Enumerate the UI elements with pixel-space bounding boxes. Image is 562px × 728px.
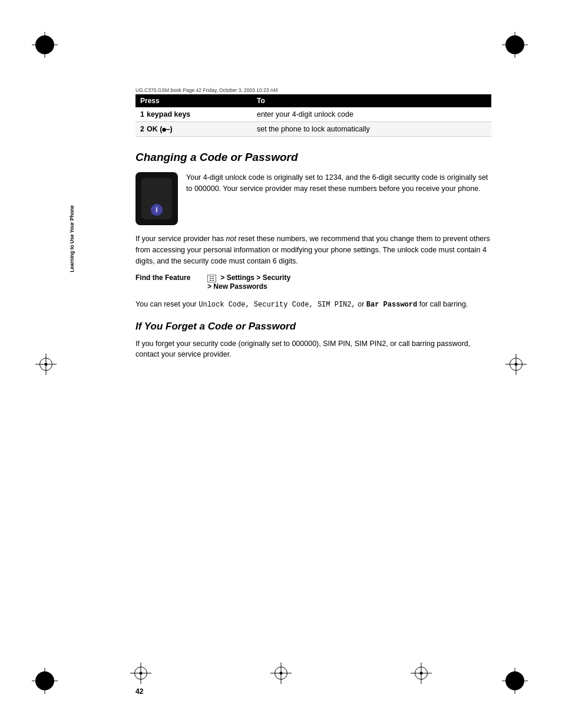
find-feature-path: ☷ > Settings > Security> New Passwords: [207, 274, 290, 290]
table-cell-step1-press: 1keypad keys: [135, 107, 252, 122]
find-feature-block: Find the Feature ☷ > Settings > Security…: [135, 274, 491, 290]
section1-image-block: i Your 4-digit unlock code is originally…: [135, 172, 491, 225]
sidebar-label: Learning to Use Your Phone: [69, 180, 75, 298]
table-header-to: To: [252, 94, 491, 107]
header-file-info: UG.C370.GSM.book Page 42 Friday, October…: [135, 87, 277, 93]
ok-button-icon: ●―: [162, 126, 170, 133]
instruction-table: Press To 1keypad keys enter your 4-digit…: [135, 94, 491, 137]
table-row: 1keypad keys enter your 4-digit unlock c…: [135, 107, 491, 122]
corner-mark-tr: [505, 35, 527, 57]
page-number: 42: [135, 687, 143, 696]
corner-mark-bl: [35, 671, 57, 693]
find-feature-label: Find the Feature: [135, 274, 200, 282]
mid-mark-right: [505, 354, 527, 375]
phone-illustration: i: [135, 172, 178, 225]
para3-items: Unlock Code, Security Code, SIM PIN2,: [199, 301, 355, 309]
para3-end: for call barring.: [417, 300, 468, 308]
bottom-mark-left: [130, 663, 151, 684]
table-row: 2OK (●―) set the phone to lock automatic…: [135, 122, 491, 137]
section1-paragraph2: If your service provider has not reset t…: [135, 233, 491, 266]
table-header-press: Press: [135, 94, 252, 107]
section1-paragraph1: Your 4-digit unlock code is originally s…: [186, 172, 491, 225]
info-icon: i: [151, 204, 163, 216]
para3-before: You can reset your: [135, 300, 199, 308]
page: UG.C370.GSM.book Page 42 Friday, October…: [0, 0, 562, 728]
table-cell-step2-to: set the phone to lock automatically: [252, 122, 491, 137]
para3-or: or: [356, 300, 366, 308]
step2-press-paren: ): [170, 125, 173, 133]
mid-mark-left: [35, 354, 57, 375]
step-number-1: 1: [140, 110, 144, 118]
step-number-2: 2: [140, 125, 144, 133]
section1-paragraph3: You can reset your Unlock Code, Security…: [135, 299, 491, 310]
step1-press-text: keypad keys: [147, 110, 190, 118]
menu-icon: ☷: [207, 275, 216, 282]
step2-press-text: OK (: [147, 125, 162, 133]
table-cell-step1-to: enter your 4-digit unlock code: [252, 107, 491, 122]
section1-heading: Changing a Code or Password: [135, 151, 491, 164]
bottom-mark-center: [270, 663, 292, 684]
corner-mark-br: [505, 671, 527, 693]
para2-italic: not: [226, 235, 236, 243]
phone-body: i: [141, 178, 172, 219]
bottom-mark-right: [411, 663, 432, 684]
para2-before: If your service provider has: [135, 235, 226, 243]
para3-bar: Bar Password: [366, 301, 417, 309]
section2-heading: If You Forget a Code or Password: [135, 321, 491, 332]
section2-paragraph: If you forget your security code (origin…: [135, 338, 491, 361]
find-feature-path-text: > Settings > Security> New Passwords: [207, 274, 290, 290]
corner-mark-tl: [35, 35, 57, 57]
main-content: Press To 1keypad keys enter your 4-digit…: [135, 94, 491, 669]
table-cell-step2-press: 2OK (●―): [135, 122, 252, 137]
bottom-marks-row: [0, 663, 562, 684]
